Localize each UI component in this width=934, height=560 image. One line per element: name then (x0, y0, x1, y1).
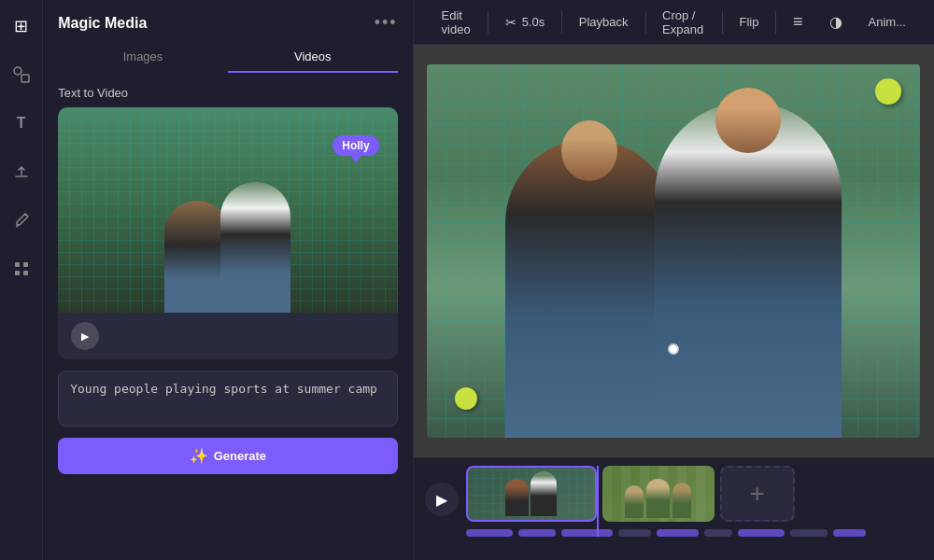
moon-icon: ◑ (829, 13, 842, 31)
crop-expand-label: Crop / Expand (662, 8, 705, 36)
video-card: Holly ▶ (58, 107, 397, 359)
svg-rect-3 (23, 262, 28, 267)
holly-badge: Holly (333, 135, 378, 156)
badge-arrow (351, 156, 361, 163)
flip-label: Flip (740, 15, 759, 29)
canvas-figures (427, 120, 920, 438)
timeline-clip-tennis[interactable] (466, 466, 597, 522)
timeline-seg-6 (833, 529, 866, 537)
animate-label: Anim... (869, 15, 906, 29)
canvas-image (427, 64, 920, 438)
generate-button[interactable]: ✨ Generate (58, 438, 397, 474)
video-controls: ▶ (58, 313, 397, 359)
svg-rect-5 (23, 271, 28, 275)
main-canvas[interactable] (414, 45, 934, 457)
edit-video-button[interactable]: Edit video (429, 3, 485, 42)
edit-video-label: Edit video (442, 8, 472, 36)
canvas-area: Edit video ✂ 5.0s Playback Crop / Expand… (414, 0, 934, 560)
thumbnail-scene: Holly (58, 107, 397, 313)
svg-point-0 (14, 67, 21, 75)
generate-label: Generate (214, 449, 266, 463)
flip-button[interactable]: Flip (727, 9, 772, 35)
timeline-row-main: + (466, 466, 923, 522)
shapes-icon[interactable] (7, 60, 36, 90)
more-button[interactable]: ••• (375, 13, 398, 33)
left-panel: Magic Media ••• Images Videos Text to Vi… (43, 0, 413, 560)
toolbar-divider-5 (775, 11, 776, 34)
tab-videos[interactable]: Videos (228, 42, 398, 73)
top-toolbar: Edit video ✂ 5.0s Playback Crop / Expand… (414, 0, 934, 45)
timeline-seg-gray-2 (704, 529, 732, 537)
timeline-seg-1 (466, 529, 513, 537)
add-clip-button[interactable]: + (720, 466, 795, 522)
timeline-seg-gray-1 (618, 529, 651, 537)
speed-label: 5.0s (522, 15, 545, 29)
svg-rect-1 (21, 75, 29, 82)
upload-icon[interactable] (7, 157, 36, 187)
playhead-dot (668, 343, 679, 355)
panel-header: Magic Media ••• (43, 0, 412, 33)
playback-label: Playback (579, 15, 629, 29)
timeline-seg-2 (518, 529, 556, 537)
toolbar-divider-4 (722, 11, 723, 34)
panel-title: Magic Media (58, 15, 147, 32)
timeline-seg-gray-3 (790, 529, 828, 537)
video-thumbnail: Holly (58, 107, 397, 313)
animate-button[interactable]: Anim... (856, 9, 919, 35)
play-button-small[interactable]: ▶ (71, 322, 99, 350)
timeline-play-button[interactable]: ▶ (425, 483, 459, 516)
svg-rect-4 (15, 271, 20, 275)
timeline-seg-3 (561, 529, 613, 537)
menu-icon: ≡ (793, 12, 803, 32)
text-icon[interactable]: T (7, 108, 36, 138)
tab-images[interactable]: Images (58, 42, 228, 73)
toolbar-divider-2 (561, 11, 562, 34)
speed-button[interactable]: ✂ 5.0s (492, 9, 559, 35)
timeline-clip-grass[interactable] (602, 466, 715, 522)
canvas-scene (427, 64, 920, 438)
figure-main-right (655, 102, 842, 438)
tab-bar: Images Videos (43, 33, 412, 73)
crop-expand-button[interactable]: Crop / Expand (649, 3, 718, 42)
cut-icon: ✂ (505, 15, 517, 30)
figure-right (220, 182, 290, 313)
toolbar-divider-1 (488, 11, 488, 34)
timeline-playhead (597, 466, 599, 537)
playback-button[interactable]: Playback (566, 9, 642, 35)
brush-icon[interactable] (7, 205, 36, 235)
figure-main-left (505, 139, 673, 438)
timeline-seg-4 (657, 529, 699, 537)
figure-area (58, 148, 397, 313)
timeline-seg-5 (738, 529, 785, 537)
svg-rect-2 (15, 262, 20, 267)
toolbar-divider-3 (645, 11, 646, 34)
theme-button[interactable]: ◑ (816, 7, 856, 36)
menu-button[interactable]: ≡ (780, 7, 816, 37)
apps-icon[interactable] (7, 254, 36, 284)
grid-icon[interactable]: ⊞ (7, 11, 36, 41)
prompt-input[interactable] (58, 371, 397, 427)
prompt-area (58, 371, 397, 430)
timeline-tracks: + (466, 466, 923, 537)
section-label: Text to Video (43, 73, 412, 107)
sidebar: ⊞ T (0, 0, 43, 560)
timeline-area: ▶ + (414, 457, 934, 560)
timeline-bar-bottom (466, 529, 923, 537)
generate-icon: ✨ (190, 447, 208, 465)
